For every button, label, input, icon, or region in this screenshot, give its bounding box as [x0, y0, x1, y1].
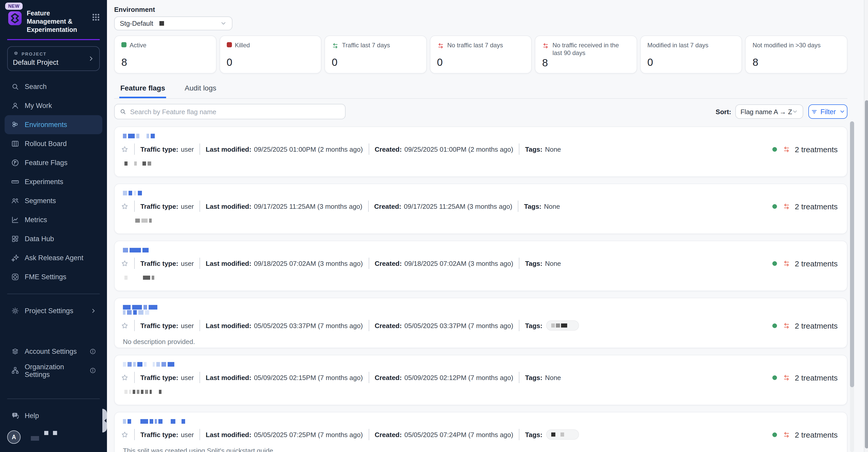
gear-icon — [11, 306, 20, 315]
feature-flag-row[interactable]: Traffic type: user Last modified: 09/18/… — [114, 241, 847, 291]
sidebar-item-account-settings[interactable]: Account Settings — [5, 342, 102, 361]
sidebar-item-fme-settings[interactable]: FME Settings — [5, 267, 102, 287]
sidebar-item-feature-flags[interactable]: Feature Flags — [5, 153, 102, 172]
help-chat-icon: ? — [11, 411, 20, 420]
sidebar-item-label: Environments — [25, 121, 67, 128]
no-traffic-arrows-icon — [782, 322, 790, 329]
last-modified-value: 09/25/2025 01:00PM (2 months ago) — [254, 145, 363, 153]
chevron-down-icon — [220, 20, 227, 27]
list-scrollbar-thumb[interactable] — [850, 121, 854, 387]
favorite-star-icon[interactable] — [121, 202, 129, 210]
sidebar-item-label: Ask Release Agent — [25, 254, 83, 262]
sidebar-item-data-hub[interactable]: Data Hub — [5, 229, 102, 248]
sidebar-item-label: FME Settings — [25, 273, 66, 281]
stat-label: No traffic received in the last 90 days — [553, 42, 630, 57]
window-scrollbar[interactable] — [864, 0, 868, 452]
feature-flag-row[interactable]: Traffic type: user Last modified: 05/05/… — [114, 298, 847, 348]
tags-label: Tags: — [524, 202, 541, 210]
sidebar-item-search[interactable]: Search — [5, 77, 102, 96]
info-icon[interactable] — [90, 348, 96, 355]
created-label: Created: — [375, 145, 402, 153]
sidebar-item-ask-release-agent[interactable]: Ask Release Agent — [5, 248, 102, 267]
created-label: Created: — [375, 322, 402, 329]
meta-separator — [134, 144, 135, 155]
split-logo[interactable] — [8, 11, 22, 25]
stat-card: Killed 0 — [219, 35, 321, 73]
sidebar-item-metrics[interactable]: Metrics — [5, 210, 102, 229]
filter-button[interactable]: Filter — [808, 104, 847, 119]
treatments-summary: 2 treatments — [772, 321, 840, 330]
search-input[interactable] — [130, 108, 340, 115]
treatments-summary: 2 treatments — [772, 202, 840, 211]
app-switcher-icon[interactable] — [92, 13, 100, 21]
favorite-star-icon[interactable] — [121, 145, 129, 153]
meta-separator — [199, 144, 200, 155]
traffic-type-label: Traffic type: — [141, 373, 178, 381]
ruler-icon — [11, 177, 20, 186]
status-active-dot — [772, 323, 777, 328]
favorite-star-icon[interactable] — [121, 260, 129, 267]
last-modified-label: Last modified: — [206, 202, 251, 210]
window-scrollbar-thumb[interactable] — [865, 100, 868, 448]
flag-description — [123, 218, 840, 223]
tab-feature-flags[interactable]: Feature flags — [119, 82, 166, 98]
stat-card: No traffic last 7 days 0 — [430, 35, 532, 73]
avatar[interactable]: A — [7, 430, 21, 444]
last-modified-value: 09/18/2025 07:02AM (3 months ago) — [254, 260, 363, 267]
info-icon[interactable] — [90, 367, 96, 374]
help-button[interactable]: ? Help — [0, 406, 107, 425]
search-icon — [119, 108, 126, 115]
redacted-environment-badge — [159, 21, 164, 26]
no-traffic-arrows-icon — [782, 145, 790, 153]
sidebar-item-experiments[interactable]: Experiments — [5, 172, 102, 191]
status-active-dot — [772, 261, 777, 266]
flag-meta-row: Traffic type: user Last modified: 05/05/… — [121, 319, 840, 332]
stat-value: 8 — [121, 57, 209, 68]
people-icon — [11, 197, 20, 205]
favorite-star-icon[interactable] — [121, 322, 129, 329]
sidebar-item-rollout-board[interactable]: Rollout Board — [5, 134, 102, 153]
sidebar-collapse-handle[interactable] — [102, 409, 107, 432]
last-modified-value: 05/05/2025 07:25PM (7 months ago) — [254, 431, 363, 439]
feature-flag-row[interactable]: Traffic type: user Last modified: 09/25/… — [114, 126, 847, 177]
board-columns-icon — [11, 139, 20, 148]
treatments-summary: 2 treatments — [772, 259, 840, 268]
sidebar-item-my-work[interactable]: My Work — [5, 96, 102, 115]
sidebar-item-organization-settings[interactable]: Organization Settings — [5, 361, 102, 380]
help-label: Help — [25, 412, 39, 420]
sidebar-item-environments[interactable]: Environments — [5, 115, 102, 134]
list-scrollbar[interactable] — [850, 121, 854, 452]
stat-card: No traffic received in the last 90 days … — [535, 35, 637, 73]
environment-select[interactable]: Stg-Default — [114, 17, 232, 30]
feature-flag-row[interactable]: Traffic type: user Last modified: 05/05/… — [114, 412, 847, 452]
sidebar-item-segments[interactable]: Segments — [5, 191, 102, 210]
line-chart-icon — [11, 215, 20, 224]
sidebar-item-label: Segments — [25, 197, 56, 205]
favorite-star-icon[interactable] — [121, 431, 129, 439]
feature-flag-row[interactable]: Traffic type: user Last modified: 09/17/… — [114, 184, 847, 234]
meta-separator — [134, 372, 135, 383]
meta-separator — [134, 320, 135, 331]
meta-separator — [519, 144, 519, 155]
sidebar: NEW Feature Management & Experimentation… — [0, 0, 107, 452]
user-account-row[interactable]: A — [0, 425, 107, 452]
feature-flag-row[interactable]: Traffic type: user Last modified: 05/09/… — [114, 355, 847, 405]
tags-value: None — [544, 202, 560, 210]
meta-separator — [199, 320, 200, 331]
sidebar-footer: ? Help A — [0, 391, 107, 452]
app-title: Feature Management & Experimentation — [27, 9, 81, 34]
flag-name-redacted — [123, 361, 840, 367]
created-value: 09/17/2025 11:25AM (3 months ago) — [404, 202, 513, 210]
flag-description: No description provided. — [123, 338, 840, 345]
favorite-star-icon[interactable] — [121, 373, 129, 381]
meta-separator — [134, 258, 135, 269]
project-selector[interactable]: PROJECT Default Project — [7, 46, 100, 71]
chevron-down-icon — [839, 109, 845, 115]
no-traffic-arrows-icon — [782, 202, 790, 210]
sort-select[interactable]: Flag name A → Z — [735, 104, 803, 119]
stat-card: Active 8 — [114, 35, 216, 73]
flag-search[interactable] — [114, 104, 346, 119]
tab-audit-logs[interactable]: Audit logs — [184, 82, 217, 98]
sidebar-item-project-settings[interactable]: Project Settings — [5, 301, 102, 320]
status-active-dot — [772, 432, 777, 437]
